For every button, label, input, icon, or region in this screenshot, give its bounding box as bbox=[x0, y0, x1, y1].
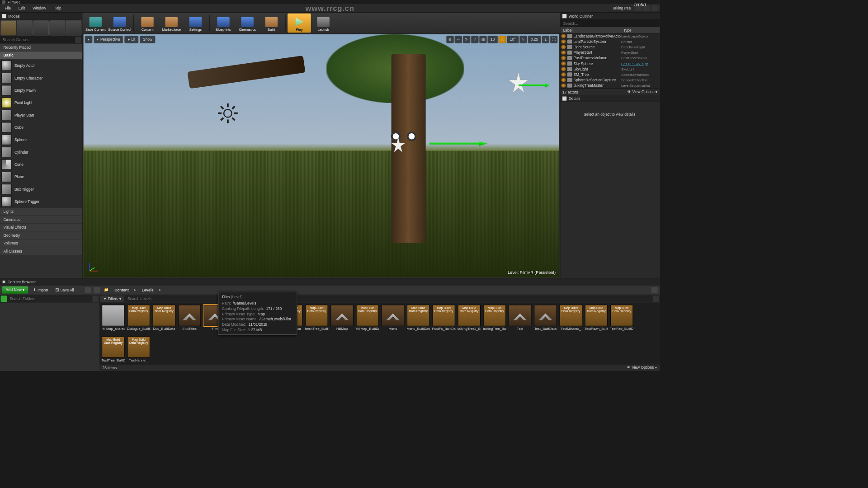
settings-button[interactable]: Settings bbox=[184, 13, 208, 33]
actor-sphere[interactable]: Sphere bbox=[0, 134, 82, 146]
search-folders-input[interactable] bbox=[8, 296, 93, 302]
visibility-icon[interactable] bbox=[561, 34, 566, 38]
visibility-icon[interactable] bbox=[561, 72, 566, 76]
nav-forward-button[interactable] bbox=[94, 287, 100, 293]
breadcrumb-content[interactable]: Content bbox=[114, 288, 129, 292]
actor-cube[interactable]: Cube bbox=[0, 121, 82, 133]
asset-talkingtree2-builtdata[interactable]: Map Build Data RegistrytalkingTree2_Buil… bbox=[458, 305, 481, 334]
viewport-snap-grid-button[interactable]: ▦ bbox=[479, 36, 487, 43]
asset-postfx-builtdata[interactable]: Map Build Data RegistryPostFx_BuiltData bbox=[432, 305, 456, 334]
search-assets-input[interactable] bbox=[125, 296, 651, 302]
actor-empty-character[interactable]: Empty Character bbox=[0, 72, 82, 84]
category-recently-placed[interactable]: Recently Placed bbox=[0, 44, 82, 52]
viewport-show-button[interactable]: Show bbox=[140, 36, 156, 43]
launch-button[interactable]: Launch bbox=[311, 13, 335, 33]
breadcrumb-levels[interactable]: Levels bbox=[142, 288, 154, 292]
add-new-button[interactable]: Add New ▾ bbox=[2, 286, 28, 294]
outliner-search-input[interactable] bbox=[561, 20, 659, 27]
actor-empty-pawn[interactable]: Empty Pawn bbox=[0, 84, 82, 96]
menu-window[interactable]: Window bbox=[29, 5, 49, 12]
viewport-transform-button[interactable]: ⊕ bbox=[446, 36, 454, 43]
outliner-row[interactable]: talkingTreeMasterLevelSequenceAct bbox=[561, 83, 660, 88]
source-control-button[interactable]: Source Control bbox=[108, 13, 132, 33]
cb-view-options[interactable]: 👁 View Options ▾ bbox=[627, 366, 657, 370]
content-button[interactable]: Content bbox=[136, 13, 159, 33]
visibility-icon[interactable] bbox=[561, 39, 566, 43]
mode-landscape-button[interactable] bbox=[33, 20, 49, 35]
outliner-sort-label[interactable]: Label bbox=[561, 27, 622, 33]
asset-testtree-builtdata[interactable]: Map Build Data RegistryTestTree_BuiltDat… bbox=[102, 336, 125, 364]
outliner-row[interactable]: SphereReflectionCaptureSphereReflection bbox=[561, 77, 660, 83]
tab-world-outliner[interactable]: World Outliner bbox=[561, 13, 660, 19]
category-visual-effects[interactable]: Visual Effects bbox=[0, 224, 82, 231]
outliner-type[interactable]: Edit BP_Sky_Sph bbox=[621, 61, 659, 65]
viewport[interactable]: ▾ ▸Perspective ●Lit Show ⊕ ↔ ⟳ ⤢ ▦ 10 △ … bbox=[83, 34, 559, 277]
outliner-row[interactable]: LeafParticleSystemEmitter bbox=[561, 39, 660, 44]
viewport-snap-angle-button[interactable]: △ bbox=[499, 36, 506, 43]
actor-cylinder[interactable]: Cylinder bbox=[0, 146, 82, 158]
viewport-snap-scale-button[interactable]: ⤡ bbox=[519, 36, 527, 43]
category-all-classes[interactable]: All Classes bbox=[0, 247, 82, 255]
visibility-icon[interactable] bbox=[561, 84, 566, 88]
asset-talkingtree-builtdata[interactable]: Map Build Data RegistrytalkingTree_Built… bbox=[483, 305, 507, 334]
viewport-rotate-button[interactable]: ⟳ bbox=[462, 36, 470, 43]
search-icon[interactable] bbox=[653, 296, 659, 302]
visibility-icon[interactable] bbox=[561, 51, 566, 55]
viewport-maximize-button[interactable]: ⛶ bbox=[550, 36, 558, 43]
outliner-row[interactable]: SkyLightSkyLight bbox=[561, 66, 660, 72]
window-close-icon[interactable] bbox=[651, 5, 658, 11]
play-button[interactable]: Play bbox=[288, 13, 311, 33]
asset-dialogue-builtdata[interactable]: Map Build Data RegistryDialogue_BuiltDat… bbox=[127, 305, 151, 334]
add-filter-button[interactable] bbox=[1, 296, 7, 302]
asset-hillmap-sharedassets[interactable]: HillMap_sharedassets bbox=[102, 305, 125, 334]
asset-test-builtdata[interactable]: Test_BuiltData bbox=[534, 305, 557, 334]
tab-content-browser[interactable]: ▣ Content Browser bbox=[0, 278, 660, 285]
visibility-icon[interactable] bbox=[561, 67, 566, 71]
save-all-button[interactable]: 🖫Save All bbox=[53, 286, 76, 293]
viewport-camera-speed-button[interactable]: 1 bbox=[542, 36, 550, 43]
tree-root-content[interactable]: Content bbox=[0, 303, 99, 371]
category-basic[interactable]: Basic bbox=[0, 52, 82, 59]
asset-testpawn-builtdata[interactable]: Map Build Data RegistryTestPawn_BuiltDat… bbox=[585, 305, 609, 334]
blueprints-button[interactable]: Blueprints bbox=[212, 13, 235, 33]
build-button[interactable]: Build bbox=[260, 13, 283, 33]
mode-paint-button[interactable] bbox=[17, 20, 33, 35]
asset-test[interactable]: Test bbox=[509, 305, 532, 334]
outliner-row[interactable]: PostProcessVolumePostProcessVolu bbox=[561, 55, 660, 61]
asset-testrec-builtdata[interactable]: Map Build Data RegistryTestRec_BuiltData bbox=[610, 305, 634, 334]
asset-hillmap-builtdata[interactable]: Map Build Data RegistryHillMap_BuiltData bbox=[356, 305, 379, 334]
mode-place-button[interactable] bbox=[1, 20, 17, 35]
category-cinematic[interactable]: Cinematic bbox=[0, 216, 82, 223]
outliner-view-options[interactable]: 👁 View Options ▾ bbox=[627, 89, 658, 94]
tab-modes[interactable]: Modes bbox=[0, 13, 82, 19]
actor-player-start[interactable]: Player Start bbox=[0, 109, 82, 121]
viewport-perspective-button[interactable]: ▸Perspective bbox=[94, 36, 123, 43]
tab-takingtree[interactable]: TakingTree bbox=[609, 5, 633, 12]
search-icon[interactable] bbox=[92, 296, 99, 302]
category-geometry[interactable]: Geometry bbox=[0, 231, 82, 239]
outliner-row[interactable]: LandscapeGizmoActiveActor3LandscapeGizmo bbox=[561, 33, 660, 39]
lock-button[interactable] bbox=[651, 287, 658, 293]
viewport-translate-button[interactable]: ↔ bbox=[454, 36, 462, 43]
asset-hillmap[interactable]: HillMap bbox=[330, 305, 354, 334]
actor-box-trigger[interactable]: Box Trigger bbox=[0, 183, 82, 195]
visibility-icon[interactable] bbox=[561, 78, 566, 82]
viewport-grid-value[interactable]: 10 bbox=[487, 36, 498, 43]
visibility-icon[interactable] bbox=[561, 45, 566, 49]
mode-geometry-button[interactable] bbox=[66, 20, 82, 35]
viewport-scale-value[interactable]: 0.25 bbox=[528, 36, 541, 43]
menu-help[interactable]: Help bbox=[50, 5, 65, 12]
actor-plane[interactable]: Plane bbox=[0, 171, 82, 183]
save-current-button[interactable]: Save Current bbox=[84, 13, 107, 33]
actor-cone[interactable]: Cone bbox=[0, 158, 82, 170]
asset-endtitles[interactable]: EndTitles bbox=[178, 305, 202, 334]
marketplace-button[interactable]: Marketplace bbox=[160, 13, 183, 33]
actor-empty-actor[interactable]: Empty Actor bbox=[0, 59, 82, 71]
viewport-menu-button[interactable]: ▾ bbox=[85, 36, 93, 43]
search-icon[interactable] bbox=[75, 37, 81, 43]
outliner-row[interactable]: PlayerStartPlayerStart bbox=[561, 50, 660, 55]
category-lights[interactable]: Lights bbox=[0, 208, 82, 216]
nav-back-button[interactable] bbox=[85, 287, 91, 293]
outliner-row[interactable]: Sky SphereEdit BP_Sky_Sph bbox=[561, 61, 660, 66]
tab-details[interactable]: Details bbox=[561, 95, 660, 102]
